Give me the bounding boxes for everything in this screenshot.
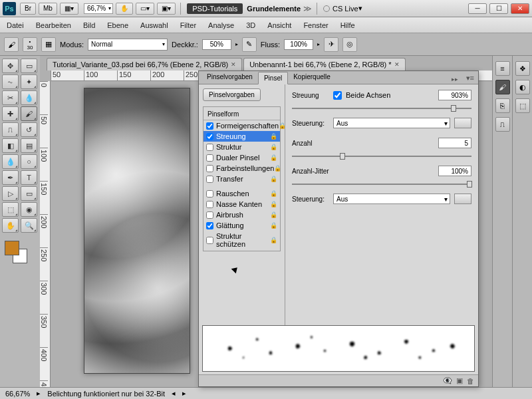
- hand-tool[interactable]: ✋: [2, 218, 19, 233]
- document-canvas[interactable]: [84, 88, 190, 374]
- opacity-dropdown-icon[interactable]: ▸: [235, 41, 238, 47]
- zoom-tool[interactable]: 🔍: [21, 218, 37, 233]
- lock-icon[interactable]: 🔒: [270, 201, 277, 207]
- blur-tool[interactable]: 💧: [2, 154, 19, 169]
- brush-option-checkbox[interactable]: [206, 154, 213, 162]
- brush-option-9[interactable]: Glättung🔒: [203, 220, 280, 231]
- 3d-camera-tool[interactable]: ◉: [21, 202, 37, 217]
- document-tab[interactable]: Unbenannt-1 bei 66,7% (Ebene 2, RGB/8) *…: [243, 58, 405, 70]
- lock-icon[interactable]: 🔒: [270, 154, 277, 161]
- hand-tool-button[interactable]: ✋: [116, 3, 133, 15]
- active-tool-icon[interactable]: 🖌: [4, 37, 19, 52]
- close-icon[interactable]: ✕: [231, 61, 236, 68]
- lasso-tool[interactable]: ⏦: [2, 74, 19, 89]
- scatter-control-select[interactable]: Aus: [333, 118, 450, 128]
- brush-option-checkbox[interactable]: [206, 133, 213, 140]
- brush-option-7[interactable]: Nasse Kanten🔒: [203, 199, 280, 209]
- status-arrow-icon[interactable]: ▸: [37, 389, 41, 398]
- panel-icon-3[interactable]: ⎘: [495, 98, 510, 113]
- panel-tab-pinselvorgaben[interactable]: Pinselvorgaben: [201, 71, 258, 84]
- lock-icon[interactable]: 🔒: [270, 222, 277, 229]
- panel-tab-kopierquelle[interactable]: Kopierquelle: [288, 71, 336, 84]
- workspace-badge[interactable]: PSD-Tutorials: [187, 3, 243, 14]
- panel-collapse-icon[interactable]: ▸▸: [448, 74, 462, 84]
- lock-icon[interactable]: 🔒: [274, 165, 281, 172]
- brush-option-checkbox[interactable]: [206, 211, 213, 219]
- dodge-tool[interactable]: ○: [21, 154, 37, 169]
- brush-option-10[interactable]: Struktur schützen🔒: [203, 231, 280, 249]
- menu-bearbeiten[interactable]: Bearbeiten: [36, 21, 71, 29]
- lock-icon[interactable]: 🔒: [279, 122, 286, 129]
- brush-option-2[interactable]: Struktur🔒: [203, 142, 280, 152]
- status-scroll-left-icon[interactable]: ◂: [172, 389, 176, 398]
- brush-option-3[interactable]: Dualer Pinsel🔒: [203, 152, 280, 163]
- menu-hilfe[interactable]: Hilfe: [340, 21, 355, 29]
- count-jitter-slider[interactable]: [292, 180, 471, 188]
- workspace-more-icon[interactable]: ≫: [303, 4, 312, 13]
- crop-tool[interactable]: ✂: [2, 90, 19, 105]
- stamp-tool[interactable]: ⎍: [2, 122, 19, 137]
- screen-mode-button[interactable]: ▣▾: [157, 3, 176, 15]
- panel-icon-layers[interactable]: ❖: [515, 61, 530, 76]
- menu-ebene[interactable]: Ebene: [107, 21, 128, 29]
- wand-tool[interactable]: ✦: [21, 74, 37, 89]
- menu-ansicht[interactable]: Ansicht: [267, 21, 291, 29]
- trash-icon[interactable]: 🗑: [467, 377, 474, 385]
- menu-bild[interactable]: Bild: [83, 21, 95, 29]
- status-scroll-right-icon[interactable]: ▸: [182, 389, 186, 398]
- close-icon[interactable]: ✕: [394, 61, 400, 68]
- airbrush-button[interactable]: ✈: [324, 37, 338, 52]
- panel-icon-brush[interactable]: 🖌: [495, 80, 510, 94]
- 3d-tool[interactable]: ⬚: [2, 202, 19, 217]
- brush-option-checkbox[interactable]: [206, 222, 213, 229]
- zoom-level[interactable]: 66,7%: [84, 3, 113, 14]
- brush-option-checkbox[interactable]: [206, 176, 213, 183]
- menu-datei[interactable]: Datei: [7, 21, 24, 29]
- jitter-control-option-button[interactable]: [454, 194, 471, 204]
- brush-option-5[interactable]: Transfer🔒: [203, 174, 280, 184]
- brush-option-4[interactable]: Farbeinstellungen🔒: [203, 163, 280, 174]
- brush-option-6[interactable]: Rauschen🔒: [203, 188, 280, 199]
- panel-icon-1[interactable]: ≡: [495, 61, 510, 76]
- flow-dropdown-icon[interactable]: ▸: [317, 41, 320, 47]
- flow-input[interactable]: [284, 39, 313, 50]
- workspace-name[interactable]: Grundelemente: [247, 5, 301, 13]
- panel-icon-4[interactable]: ⎍: [495, 117, 510, 132]
- scatter-control-option-button[interactable]: [454, 118, 471, 128]
- brush-panel-toggle[interactable]: ▦: [41, 37, 56, 52]
- new-preset-icon[interactable]: ▣: [456, 376, 463, 385]
- bridge-button[interactable]: Br: [20, 3, 36, 15]
- lock-icon[interactable]: 🔒: [270, 190, 277, 197]
- history-brush-tool[interactable]: ↺: [21, 122, 37, 137]
- brush-option-checkbox[interactable]: [206, 122, 213, 130]
- opacity-pressure-button[interactable]: ✎: [242, 37, 257, 52]
- view-extras-button[interactable]: ▦▾: [60, 3, 78, 15]
- menu-auswahl[interactable]: Auswahl: [140, 21, 168, 29]
- lock-icon[interactable]: 🔒: [270, 211, 277, 218]
- scatter-slider[interactable]: [292, 104, 471, 112]
- panel-icon-paths[interactable]: ⬚: [515, 98, 530, 113]
- panel-tab-pinsel[interactable]: Pinsel: [258, 72, 288, 84]
- both-axes-checkbox[interactable]: [333, 91, 342, 100]
- eraser-tool[interactable]: ◧: [2, 138, 19, 153]
- count-slider[interactable]: [292, 152, 471, 160]
- toggle-preview-icon[interactable]: 👁‍🗨: [443, 376, 452, 385]
- count-jitter-value-input[interactable]: [438, 166, 471, 176]
- brush-preset-picker[interactable]: •30: [23, 37, 37, 52]
- brush-option-checkbox[interactable]: [206, 201, 213, 208]
- heal-tool[interactable]: ✚: [2, 106, 19, 121]
- lock-icon[interactable]: 🔒: [270, 237, 277, 243]
- menu-analyse[interactable]: Analyse: [208, 21, 234, 29]
- close-button[interactable]: ✕: [511, 3, 529, 14]
- lock-icon[interactable]: 🔒: [270, 133, 277, 140]
- brush-option-8[interactable]: Airbrush🔒: [203, 209, 280, 220]
- scatter-value-input[interactable]: [438, 90, 471, 100]
- tablet-pressure-button[interactable]: ◎: [342, 37, 357, 52]
- foreground-color[interactable]: [5, 241, 19, 255]
- gradient-tool[interactable]: ▤: [21, 138, 37, 153]
- panel-icon-channels[interactable]: ◐: [515, 80, 530, 94]
- status-zoom[interactable]: 66,67%: [5, 390, 30, 398]
- brush-tip-shape-header[interactable]: Pinselform: [203, 108, 280, 120]
- brush-option-1[interactable]: Streuung🔒: [203, 131, 280, 142]
- brush-option-checkbox[interactable]: [206, 144, 213, 151]
